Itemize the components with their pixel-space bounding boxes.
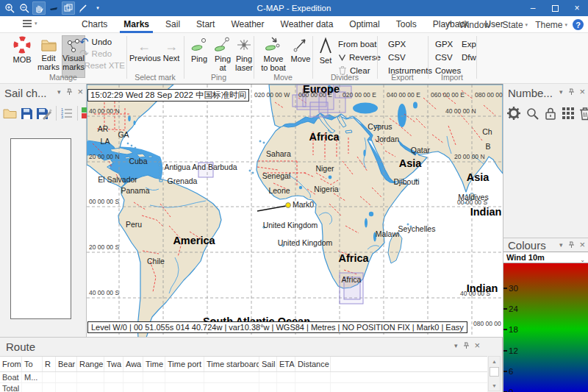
route-scrollbar[interactable]: ▲ ▼	[488, 356, 501, 391]
search-icon[interactable]	[526, 107, 539, 121]
map-label: Africa	[309, 131, 340, 143]
panel-dropdown-icon[interactable]: ▾	[559, 241, 563, 249]
panel-pin-icon[interactable]	[462, 342, 469, 349]
undo-button[interactable]: ↶Undo	[79, 36, 125, 48]
list-icon[interactable]: 123	[60, 107, 74, 120]
scroll-thumb[interactable]	[490, 367, 499, 377]
map-label: Indian	[467, 282, 498, 294]
reverse-button[interactable]: Reverse	[338, 51, 381, 63]
panel-pin-icon[interactable]	[567, 88, 574, 96]
save-icon[interactable]	[20, 107, 34, 121]
route-cell	[22, 383, 43, 392]
tab-charts[interactable]: Charts	[74, 16, 115, 33]
route-col-sail[interactable]: Sail	[259, 357, 277, 371]
ping-button[interactable]: Ping	[188, 35, 210, 64]
tab-marks[interactable]: Marks	[115, 16, 157, 33]
ping-at-button[interactable]: Ping at	[212, 35, 234, 72]
panel-close-icon[interactable]: ×	[77, 88, 83, 96]
set-divider-button[interactable]: Set	[316, 35, 335, 65]
route-col-time[interactable]: Time	[143, 357, 165, 371]
panel-dropdown-icon[interactable]: ▾	[454, 342, 458, 349]
from-boat-button[interactable]: From boat	[338, 38, 381, 49]
route-col-awa[interactable]: Awa	[123, 357, 143, 371]
panel-pin-icon[interactable]	[65, 88, 72, 96]
import-gpx-button[interactable]: GPX	[435, 38, 461, 49]
cmap-expedition-window: ▾ C-MAP - Expedition – × ▾ ChartsMarksSa…	[0, 0, 588, 392]
menu-window[interactable]: Window▾	[456, 20, 497, 30]
help-button[interactable]: ?	[573, 19, 584, 30]
route-col-time-starboard[interactable]: Time starboard	[204, 357, 259, 371]
move-button[interactable]: Move	[290, 35, 312, 64]
next-mark-button[interactable]: → Next	[160, 39, 182, 63]
save-edit-icon[interactable]	[36, 107, 52, 121]
map-label: Africa	[338, 252, 369, 264]
sail-chart-listbox[interactable]	[10, 138, 71, 319]
group-label-move: Move	[254, 73, 312, 82]
menu-theme[interactable]: Theme▾	[533, 20, 570, 30]
close-button[interactable]: ×	[566, 0, 588, 16]
lock-icon[interactable]	[544, 107, 557, 121]
panel-dropdown-icon[interactable]: ▾	[559, 88, 563, 96]
route-col-bear[interactable]: Bear	[56, 357, 77, 371]
export-csv-button[interactable]: CSV	[388, 51, 432, 63]
import-csv-button[interactable]: CSV	[435, 51, 461, 63]
route-panel: Route ▾ × FromToRBearRangeTwaAwaTimeTime…	[0, 337, 503, 392]
import-exp-button[interactable]: Exp	[462, 38, 476, 49]
route-row[interactable]: Total	[0, 383, 487, 392]
route-table: FromToRBearRangeTwaAwaTimeTime portTime …	[0, 356, 487, 392]
route-cell	[295, 372, 331, 382]
colour-layer-select[interactable]: Wind 10m ⌄	[503, 252, 588, 263]
colour-scale-tick: 0	[503, 387, 513, 392]
map-timestamp: 15:02:29 Wed 28 Sep 2022 中国标准时间	[87, 89, 249, 101]
tab-weather-data[interactable]: Weather data	[273, 16, 342, 33]
route-col-twa[interactable]: Twa	[104, 357, 123, 371]
panel-close-icon[interactable]: ×	[579, 241, 585, 249]
tab-start[interactable]: Start	[188, 16, 223, 33]
chevron-down-icon: ▾	[526, 22, 528, 28]
route-cell	[165, 383, 204, 392]
minimize-button[interactable]: –	[522, 0, 544, 16]
tab-weather[interactable]: Weather	[223, 16, 272, 33]
mark0-dot	[286, 203, 291, 208]
chart-map[interactable]: 040 00 00 W020 00 00 W000 00 00 E020 00 …	[87, 84, 503, 337]
route-col-eta[interactable]: ETA	[277, 357, 295, 371]
panel-close-icon[interactable]: ×	[579, 88, 585, 96]
open-chart-icon[interactable]	[3, 107, 18, 120]
export-gpx-button[interactable]: GPX	[388, 38, 432, 49]
collapse-ribbon-icon[interactable]: ^	[445, 20, 454, 30]
mob-button[interactable]: MOB	[7, 35, 37, 65]
previous-mark-button[interactable]: ← Previous	[129, 39, 159, 63]
route-col-range[interactable]: Range	[77, 357, 104, 371]
import-dfw-button[interactable]: Dfw	[462, 51, 476, 63]
map-label: 080 00 00	[475, 91, 503, 99]
panel-dropdown-icon[interactable]: ▾	[57, 88, 61, 96]
tab-sail[interactable]: Sail	[157, 16, 188, 33]
tab-optimal[interactable]: Optimal	[341, 16, 387, 33]
panel-close-icon[interactable]: ×	[474, 342, 480, 349]
move-to-boat-button[interactable]: Move to boat	[258, 35, 289, 72]
route-col-distance[interactable]: Distance	[295, 357, 331, 371]
ping-laser-button[interactable]: Ping laser	[234, 35, 254, 72]
redo-button[interactable]: ↷Redo	[79, 48, 125, 60]
delete-trash-icon[interactable]	[579, 107, 588, 121]
edit-marks-button[interactable]: Edit marks	[37, 35, 60, 71]
route-col-to[interactable]: To	[22, 357, 43, 371]
app-menu-button[interactable]: ▾	[22, 19, 37, 28]
tab-tools[interactable]: Tools	[388, 16, 425, 33]
menu-state[interactable]: State▾	[501, 20, 531, 30]
reset-xte-button[interactable]: Reset XTE	[79, 60, 125, 71]
panel-pin-icon[interactable]	[567, 241, 574, 249]
settings-gear-icon[interactable]	[506, 106, 521, 121]
south-america	[118, 175, 221, 337]
grid-icon[interactable]	[562, 107, 575, 120]
route-col-from[interactable]: From	[0, 357, 22, 371]
route-col-time-port[interactable]: Time port	[165, 357, 204, 371]
scroll-down-icon[interactable]: ▼	[490, 381, 499, 391]
maximize-button[interactable]	[544, 0, 566, 16]
map-label: United Kingdom	[263, 221, 318, 229]
route-row[interactable]: BoatM...	[0, 372, 487, 383]
map-label: Malawi	[376, 229, 400, 238]
scroll-up-icon[interactable]: ▲	[490, 357, 499, 366]
group-label-export: Export	[377, 73, 428, 82]
route-col-r[interactable]: R	[43, 357, 56, 371]
